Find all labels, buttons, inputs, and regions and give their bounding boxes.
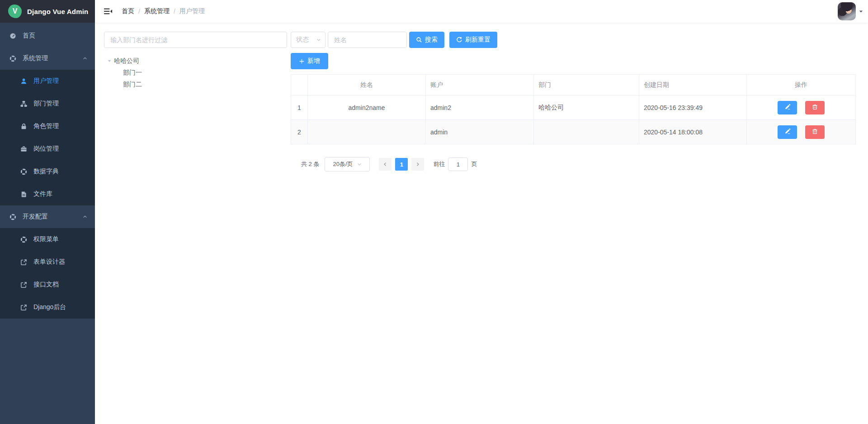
breadcrumb-home[interactable]: 首页 <box>122 7 134 15</box>
app-logo-icon: V <box>8 5 22 18</box>
edit-icon <box>784 128 791 136</box>
sidebar-item-dictionary[interactable]: 数据字典 <box>0 160 95 183</box>
edit-button[interactable] <box>778 101 797 114</box>
user-icon <box>20 77 27 85</box>
col-header-account: 账户 <box>426 75 534 95</box>
sidebar-item-label: 岗位管理 <box>33 145 59 153</box>
delete-icon <box>812 104 818 111</box>
tree-node-label: 哈哈公司 <box>114 57 139 65</box>
sidebar-menu: 首页 系统管理 用户管理 部门管理 角色管理 岗位管理 数据字典 文件库 开发配… <box>0 23 95 319</box>
breadcrumb-system[interactable]: 系统管理 <box>144 7 170 15</box>
table-row: 2 admin 2020-05-14 18:00:08 <box>291 120 856 144</box>
table-header-row: 姓名 账户 部门 创建日期 操作 <box>291 75 856 95</box>
avatar[interactable] <box>838 2 856 20</box>
chevron-up-icon <box>82 56 88 61</box>
plus-icon <box>299 58 305 64</box>
tree-node-child[interactable]: 部门二 <box>104 79 287 91</box>
sidebar-item-label: 系统管理 <box>23 54 48 62</box>
sidebar-item-files[interactable]: 文件库 <box>0 183 95 205</box>
cell-name <box>308 120 426 144</box>
sidebar-item-label: 部门管理 <box>33 100 59 108</box>
guide-icon <box>9 213 16 220</box>
sidebar-item-permissions[interactable]: 权限菜单 <box>0 228 95 251</box>
briefcase-icon <box>20 145 27 152</box>
dashboard-icon <box>9 32 16 39</box>
fold-icon[interactable] <box>102 7 114 15</box>
sidebar-item-label: 角色管理 <box>33 122 59 130</box>
reset-button[interactable]: 刷新重置 <box>449 32 497 48</box>
sidebar-item-dev-config[interactable]: 开发配置 <box>0 205 95 228</box>
delete-button[interactable] <box>805 101 825 114</box>
name-input[interactable] <box>328 32 407 48</box>
sidebar-item-departments[interactable]: 部门管理 <box>0 92 95 115</box>
tree-node-root[interactable]: 哈哈公司 <box>104 55 287 67</box>
guide-icon <box>20 168 27 175</box>
page-size-select[interactable]: 20条/页 <box>325 157 370 172</box>
sidebar-item-api-docs[interactable]: 接口文档 <box>0 273 95 296</box>
lock-icon <box>20 123 27 130</box>
guide-icon <box>20 236 27 243</box>
delete-button[interactable] <box>805 125 825 139</box>
document-icon <box>20 191 27 198</box>
add-button[interactable]: 新增 <box>291 53 328 69</box>
tree-node-label: 部门二 <box>123 81 142 89</box>
cell-actions <box>747 95 856 120</box>
chevron-up-icon <box>82 214 88 219</box>
app-title: Django Vue Admin <box>27 8 88 15</box>
sidebar-item-django-admin[interactable]: Django后台 <box>0 296 95 319</box>
guide-icon <box>9 55 16 62</box>
sidebar-item-label: 首页 <box>23 32 35 40</box>
sidebar-item-home[interactable]: 首页 <box>0 24 95 47</box>
sidebar-item-posts[interactable]: 岗位管理 <box>0 138 95 160</box>
sidebar: V Django Vue Admin 首页 系统管理 用户管理 部门管理 角色管… <box>0 0 95 424</box>
sidebar-item-label: 开发配置 <box>23 213 48 221</box>
main-area: 首页 / 系统管理 / 用户管理 哈哈公司 部门一 <box>95 0 868 424</box>
sidebar-item-label: 用户管理 <box>33 77 59 85</box>
sidebar-item-system[interactable]: 系统管理 <box>0 47 95 70</box>
search-icon <box>416 37 422 43</box>
status-select[interactable]: 状态 <box>291 32 326 48</box>
cell-created: 2020-05-16 23:39:49 <box>639 95 747 120</box>
breadcrumb-separator: / <box>138 8 140 15</box>
goto-label: 前往 <box>433 160 445 168</box>
breadcrumb-current: 用户管理 <box>179 7 205 15</box>
caret-down-icon[interactable] <box>859 9 863 14</box>
sidebar-item-users[interactable]: 用户管理 <box>0 70 95 92</box>
col-header-index <box>291 75 308 95</box>
delete-icon <box>812 129 818 136</box>
next-page-button[interactable] <box>411 158 424 171</box>
tree-children: 部门一 部门二 <box>104 67 287 91</box>
pager: 1 <box>377 158 426 171</box>
app-window: V Django Vue Admin 首页 系统管理 用户管理 部门管理 角色管… <box>0 0 868 424</box>
cell-created: 2020-05-14 18:00:08 <box>639 120 747 144</box>
external-link-icon <box>20 281 27 288</box>
sidebar-item-label: 表单设计器 <box>33 258 65 266</box>
tree-icon <box>20 100 27 107</box>
sidebar-item-roles[interactable]: 角色管理 <box>0 115 95 138</box>
filter-bar: 状态 搜索 刷新重置 <box>291 32 859 48</box>
sidebar-item-form-designer[interactable]: 表单设计器 <box>0 251 95 273</box>
external-link-icon <box>20 258 27 266</box>
cell-name: admin2name <box>308 95 426 120</box>
prev-page-button[interactable] <box>379 158 392 171</box>
cell-index: 2 <box>291 120 308 144</box>
cell-account: admin2 <box>426 95 534 120</box>
col-header-dept: 部门 <box>534 75 639 95</box>
pagination-total: 共 2 条 <box>301 160 319 168</box>
cell-dept <box>534 120 639 144</box>
users-table: 姓名 账户 部门 创建日期 操作 1 admin2name admin2 哈哈公… <box>291 74 856 144</box>
caret-down-icon[interactable] <box>105 59 114 63</box>
app-logo[interactable]: V Django Vue Admin <box>0 0 95 23</box>
tree-node-child[interactable]: 部门一 <box>104 67 287 79</box>
page-content: 哈哈公司 部门一 部门二 状态 搜索 <box>95 23 868 424</box>
search-button[interactable]: 搜索 <box>409 32 444 48</box>
breadcrumb-separator: / <box>174 8 175 15</box>
goto-page-input[interactable] <box>448 157 468 171</box>
add-button-label: 新增 <box>307 57 320 65</box>
sidebar-item-label: 文件库 <box>33 190 52 198</box>
dept-filter-input[interactable] <box>104 32 287 48</box>
refresh-icon <box>456 37 462 43</box>
reset-button-label: 刷新重置 <box>465 36 491 44</box>
page-1-button[interactable]: 1 <box>395 158 408 171</box>
edit-button[interactable] <box>778 125 797 139</box>
